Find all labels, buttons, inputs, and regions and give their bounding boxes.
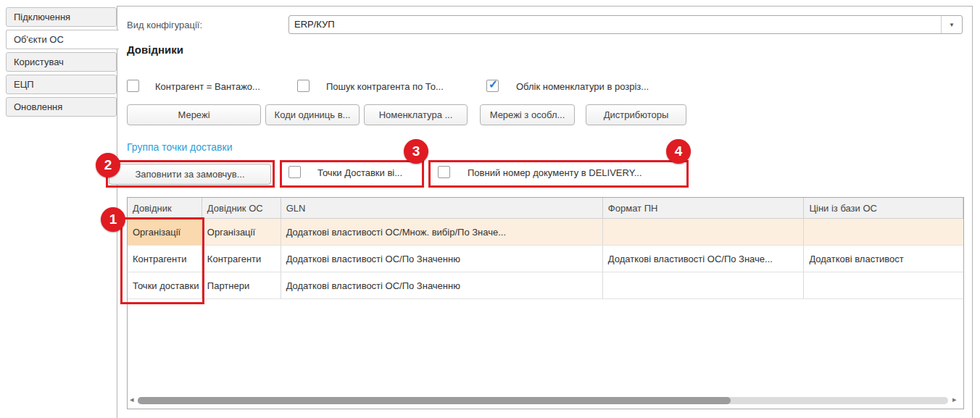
nomenklatura-button[interactable]: Номенклатура ... (364, 104, 468, 125)
scroll-left-icon[interactable]: ◂ (130, 395, 134, 404)
checkbox-kontragent-vantazho[interactable] (127, 80, 139, 92)
column-header-format-pn[interactable]: Формат ПН (603, 198, 805, 218)
check-icon: ✓ (489, 79, 498, 91)
section-title-delivery-group: Группа точки доставки (127, 141, 233, 153)
tab-label: Підключення (14, 12, 70, 22)
chevron-down-icon[interactable]: ▼ (941, 16, 962, 33)
scrollbar-thumb[interactable] (138, 397, 731, 404)
annotation-marker-3: 3 (404, 139, 428, 164)
checkbox-label: Точки Доставки ві... (317, 167, 402, 178)
merezhi-button[interactable]: Мережі (127, 104, 261, 125)
table-cell[interactable] (603, 272, 805, 298)
checkbox-tochky-dostavky[interactable] (288, 166, 301, 178)
table-cell[interactable]: Додаткові властивост (804, 246, 963, 272)
tab-ecp[interactable]: ЕЦП (6, 75, 117, 94)
table-cell[interactable]: Організації (128, 219, 202, 245)
table-cell[interactable] (804, 272, 963, 298)
config-kind-combobox[interactable]: ERP/КУП ▼ (288, 15, 963, 34)
checkbox-oblik-nomenklatury[interactable]: ✓ (486, 80, 499, 92)
table-cell[interactable]: Додаткові властивості ОС/По Значенню (281, 272, 603, 298)
checkbox-label: Повний номер документу в DELIVERY... (468, 167, 642, 178)
combobox-value: ERP/КУП (294, 16, 335, 33)
checkbox-label: Пошук контрагента по То... (326, 81, 444, 92)
horizontal-scrollbar[interactable] (138, 397, 948, 404)
scroll-right-icon[interactable]: ▸ (952, 395, 957, 404)
column-header-gln[interactable]: GLN (281, 198, 603, 218)
column-header-tsiny[interactable]: Ціни із бази ОС (804, 198, 963, 218)
table-row[interactable]: Точки доставки Партнери Додаткові власти… (128, 272, 963, 299)
table-cell[interactable]: Додаткові властивості ОС/По Значе... (603, 246, 805, 272)
tab-label: ЕЦП (14, 79, 34, 90)
dovidnyky-table[interactable]: Довідник Довідник ОС GLN Формат ПН Ціни … (127, 197, 964, 409)
table-cell[interactable]: Контрагенти (128, 246, 202, 272)
section-title-dovidnyky: Довідники (127, 43, 183, 56)
kody-odynyts-button[interactable]: Коди одиниць в... (265, 104, 360, 125)
checkbox-povnyi-nomer-delivery[interactable] (438, 166, 450, 178)
checkbox-label: Облік номенклатури в розріз... (516, 81, 649, 92)
annotation-marker-1: 1 (101, 207, 125, 232)
table-cell[interactable]: Контрагенти (202, 246, 281, 272)
merezhi-osobl-button[interactable]: Мережі з особл... (480, 104, 575, 125)
annotation-marker-2: 2 (96, 153, 120, 177)
annotation-marker-4: 4 (666, 139, 691, 164)
dystrybyutory-button[interactable]: Дистрибюторы (586, 104, 686, 125)
table-cell[interactable]: Точки доставки (128, 272, 202, 298)
tab-label: Об'єкти ОС (14, 34, 64, 45)
table-row[interactable]: Організації Організації Додаткові власти… (128, 219, 963, 246)
table-cell[interactable] (804, 219, 963, 245)
checkbox-label: Контрагент = Вантажо... (155, 81, 260, 92)
column-header-dovidnyk-os[interactable]: Довідник ОС (202, 198, 281, 218)
table-cell[interactable]: Додаткові властивості ОС/По Значенню (281, 246, 603, 272)
config-kind-label: Вид конфігурації: (127, 20, 202, 30)
tab-pidklyuchennya[interactable]: Підключення (6, 7, 117, 27)
table-header-row: Довідник Довідник ОС GLN Формат ПН Ціни … (128, 198, 963, 219)
tab-label: Користувач (14, 57, 64, 67)
checkbox-poshuk-kontragenta[interactable] (297, 80, 310, 92)
table-cell[interactable]: Додаткові властивості ОС/Множ. вибір/По … (281, 219, 603, 245)
column-header-dovidnyk[interactable]: Довідник (128, 198, 202, 218)
tab-korystuvach[interactable]: Користувач (6, 52, 117, 72)
table-row[interactable]: Контрагенти Контрагенти Додаткові власти… (128, 246, 963, 272)
table-cell[interactable]: Партнери (202, 272, 281, 298)
table-cell[interactable] (603, 219, 805, 245)
fill-default-button[interactable]: Заповнити за замовчув... (109, 164, 271, 185)
table-cell[interactable]: Організації (202, 219, 281, 245)
tab-label: Оновлення (14, 101, 62, 112)
tab-onovlennya[interactable]: Оновлення (6, 97, 117, 117)
tab-obyekty-os[interactable]: Об'єкти ОС (6, 30, 119, 49)
